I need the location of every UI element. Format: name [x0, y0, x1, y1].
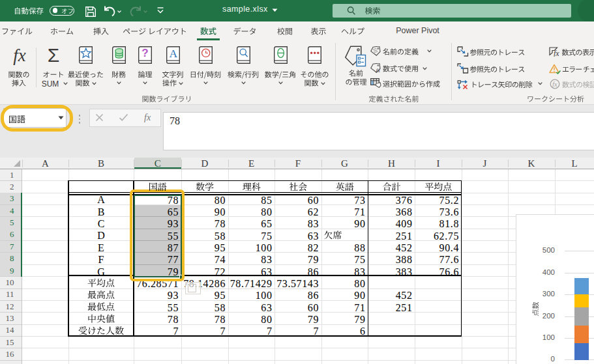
svg-text:?: ? — [141, 47, 148, 59]
svg-text:fx: fx — [376, 67, 381, 74]
svg-text:fx: fx — [552, 81, 557, 88]
svg-text:A: A — [169, 47, 177, 60]
svg-text:fx: fx — [554, 49, 559, 57]
